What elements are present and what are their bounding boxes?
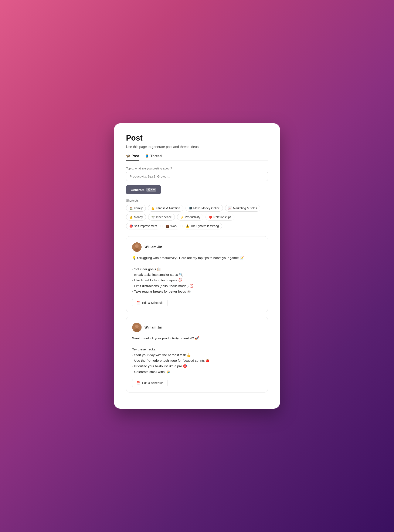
generate-button[interactable]: Generate ⌘ + ↵ xyxy=(126,185,161,194)
shortcut-self-improvement[interactable]: 🎯 Self Improvement xyxy=(126,223,161,229)
shortcut-family[interactable]: 🏠 Family xyxy=(126,205,146,212)
tab-bar: 🦋 Post 🧵 Thread xyxy=(126,154,268,161)
work-label: Work xyxy=(171,224,177,228)
edit-schedule-label-1: Edit & Schedule xyxy=(142,301,163,304)
post-card-2: William Jin Want to unlock your producti… xyxy=(126,317,268,392)
edit-schedule-button-1[interactable]: 📅 Edit & Schedule xyxy=(132,299,167,307)
system-wrong-label: The System is Wrong xyxy=(190,224,219,228)
generate-label: Generate xyxy=(131,188,145,192)
edit-schedule-button-2[interactable]: 📅 Edit & Schedule xyxy=(132,379,167,387)
inner-peace-icon: 🕊️ xyxy=(151,215,155,219)
edit-schedule-label-2: Edit & Schedule xyxy=(142,381,163,385)
main-card: Post Use this page to generate post and … xyxy=(114,123,280,409)
self-improvement-icon: 🎯 xyxy=(129,224,133,228)
work-icon: 💼 xyxy=(166,224,169,228)
post-content-1: 💡 Struggling with productivity? Here are… xyxy=(132,255,262,294)
money-icon: 💰 xyxy=(129,215,133,219)
family-label: Family xyxy=(134,206,143,210)
svg-point-1 xyxy=(135,244,139,248)
shortcut-productivity[interactable]: ⚡ Productivity xyxy=(177,214,203,220)
post-card-1: William Jin 💡 Struggling with productivi… xyxy=(126,236,268,312)
post-content-2: Want to unlock your productivity potenti… xyxy=(132,335,262,375)
generate-shortcut: ⌘ + ↵ xyxy=(146,188,156,192)
avatar-1 xyxy=(132,242,141,252)
productivity-icon: ⚡ xyxy=(180,215,184,219)
thread-tab-emoji: 🧵 xyxy=(145,154,149,158)
page-title: Post xyxy=(126,134,268,142)
topic-label: Topic: what are you posting about? xyxy=(126,167,268,170)
thread-tab-label: Thread xyxy=(150,154,162,158)
shortcut-marketing[interactable]: 📈 Marketing & Sales xyxy=(225,205,260,212)
topic-input[interactable] xyxy=(126,172,268,181)
shortcut-relationships[interactable]: ❤️ Relationships xyxy=(206,214,234,220)
tab-post[interactable]: 🦋 Post xyxy=(126,154,139,161)
shortcut-fitness[interactable]: 💪 Fitness & Nutrition xyxy=(148,205,183,212)
marketing-icon: 📈 xyxy=(228,206,232,210)
shortcut-system-wrong[interactable]: ⚠️ The System is Wrong xyxy=(182,223,222,229)
make-money-icon: 💻 xyxy=(189,206,192,210)
self-improvement-label: Self Improvement xyxy=(134,224,157,228)
shortcut-work[interactable]: 💼 Work xyxy=(163,223,180,229)
post-header-2: William Jin xyxy=(132,323,262,332)
shortcut-money[interactable]: 💰 Money xyxy=(126,214,146,220)
relationships-icon: ❤️ xyxy=(209,215,212,219)
post-header-1: William Jin xyxy=(132,242,262,252)
make-money-label: Make Money Online xyxy=(193,206,220,210)
tab-thread[interactable]: 🧵 Thread xyxy=(145,154,162,161)
svg-point-4 xyxy=(135,325,139,328)
shortcut-make-money[interactable]: 💻 Make Money Online xyxy=(186,205,223,212)
fitness-icon: 💪 xyxy=(151,206,155,210)
shortcut-inner-peace[interactable]: 🕊️ Inner peace xyxy=(148,214,175,220)
page-description: Use this page to generate post and threa… xyxy=(126,145,268,149)
post-tab-emoji: 🦋 xyxy=(126,154,130,158)
post-tab-label: Post xyxy=(132,154,139,158)
avatar-2 xyxy=(132,323,141,332)
family-icon: 🏠 xyxy=(129,206,133,210)
inner-peace-label: Inner peace xyxy=(156,215,172,219)
relationships-label: Relationships xyxy=(213,215,231,219)
shortcuts-label: Shortcuts: xyxy=(126,199,268,202)
post-author-2: William Jin xyxy=(145,326,162,329)
system-wrong-icon: ⚠️ xyxy=(186,224,189,228)
calendar-icon-2: 📅 xyxy=(136,381,140,385)
productivity-label: Productivity xyxy=(185,215,200,219)
fitness-label: Fitness & Nutrition xyxy=(156,206,180,210)
calendar-icon-1: 📅 xyxy=(136,301,140,305)
marketing-label: Marketing & Sales xyxy=(233,206,257,210)
post-author-1: William Jin xyxy=(145,245,162,249)
money-label: Money xyxy=(134,215,143,219)
shortcuts-grid: 🏠 Family 💪 Fitness & Nutrition 💻 Make Mo… xyxy=(126,205,268,229)
